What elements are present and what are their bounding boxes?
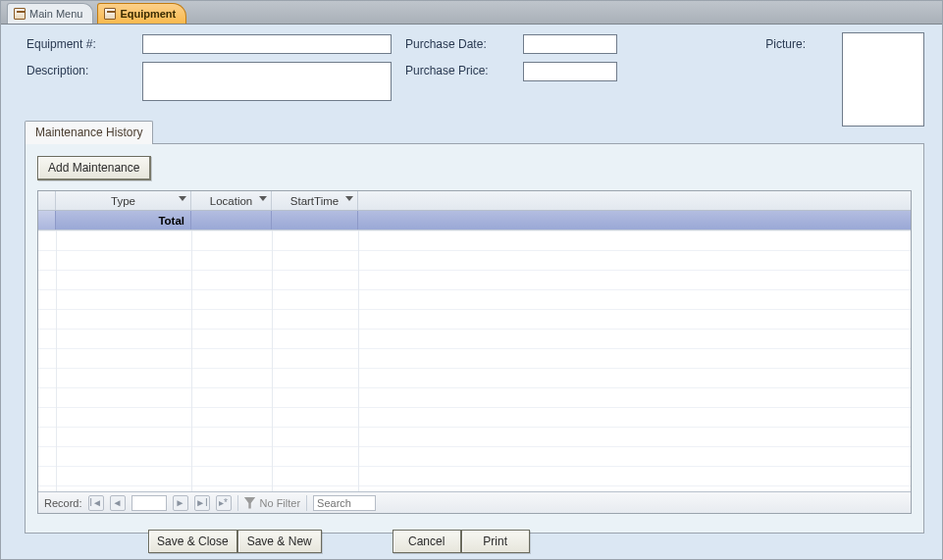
purchase-date-input[interactable]	[523, 34, 617, 54]
nav-last-button[interactable]: ►I	[194, 495, 210, 511]
picture-label: Picture:	[745, 37, 806, 51]
tab-label: Main Menu	[29, 8, 82, 20]
cancel-button[interactable]: Cancel	[393, 530, 461, 553]
row-selector[interactable]	[38, 211, 56, 229]
column-label: Location	[210, 195, 252, 207]
total-cell-location	[191, 211, 272, 229]
equipment-number-input[interactable]	[142, 34, 392, 54]
total-cell-starttime	[272, 211, 358, 229]
equipment-number-label: Equipment #:	[26, 37, 142, 51]
inner-tab-panel: Add Maintenance Type Location StartTime …	[25, 143, 924, 534]
save-new-button[interactable]: Save & New	[237, 530, 322, 553]
tab-equipment[interactable]: Equipment	[97, 3, 186, 24]
column-type[interactable]: Type	[56, 191, 191, 210]
search-input[interactable]	[313, 495, 376, 511]
total-cell-spacer	[358, 211, 911, 229]
record-number-box[interactable]	[131, 495, 167, 511]
save-close-button[interactable]: Save & Close	[148, 530, 237, 553]
nav-new-button[interactable]: ▸*	[216, 495, 232, 511]
purchase-price-input[interactable]	[523, 62, 617, 81]
chevron-down-icon	[179, 196, 186, 201]
row-selector-header[interactable]	[38, 191, 56, 210]
maintenance-datasheet: Type Location StartTime Total	[37, 190, 912, 514]
inner-tab-host: Maintenance History Add Maintenance Type…	[25, 121, 924, 534]
column-label: Type	[111, 195, 135, 207]
filter-icon	[244, 497, 256, 509]
column-spacer	[358, 191, 911, 210]
purchase-price-label: Purchase Price:	[405, 62, 523, 77]
chevron-down-icon	[259, 196, 267, 201]
tab-maintenance-history[interactable]: Maintenance History	[25, 121, 153, 144]
tab-label: Equipment	[120, 8, 176, 20]
separator	[306, 495, 307, 511]
description-label: Description:	[26, 62, 142, 77]
datasheet-body[interactable]	[38, 230, 911, 491]
description-input[interactable]	[142, 62, 392, 101]
tab-main-menu[interactable]: Main Menu	[7, 3, 93, 24]
column-starttime[interactable]: StartTime	[272, 191, 358, 210]
separator	[237, 495, 238, 511]
chevron-down-icon	[345, 196, 353, 201]
inner-tab-strip: Maintenance History	[25, 121, 924, 144]
form-icon	[14, 8, 26, 20]
nav-next-button[interactable]: ►	[173, 495, 188, 511]
form-footer-buttons: Save & Close Save & New Cancel Print	[148, 530, 530, 553]
filter-text: No Filter	[260, 497, 301, 509]
add-maintenance-button[interactable]: Add Maintenance	[37, 156, 151, 180]
column-label: StartTime	[290, 195, 339, 207]
record-navigator: Record: I◄ ◄ ► ►I ▸* No Filter	[38, 491, 911, 513]
header-fields: Equipment #: Purchase Date: Picture: Des…	[1, 25, 942, 107]
document-tab-bar: Main Menu Equipment	[1, 1, 942, 25]
column-location[interactable]: Location	[191, 191, 272, 210]
datasheet-total-row: Total	[38, 211, 911, 230]
spacer	[322, 530, 393, 553]
form-surface: Equipment #: Purchase Date: Picture: Des…	[1, 25, 942, 559]
nav-first-button[interactable]: I◄	[88, 495, 104, 511]
total-cell-type: Total	[56, 211, 191, 229]
record-label: Record:	[44, 497, 82, 509]
datasheet-header: Type Location StartTime	[38, 191, 911, 211]
print-button[interactable]: Print	[461, 530, 530, 553]
purchase-date-label: Purchase Date:	[405, 37, 523, 51]
nav-prev-button[interactable]: ◄	[110, 495, 126, 511]
app-window: Main Menu Equipment Equipment #: Purchas…	[0, 0, 943, 560]
picture-box[interactable]	[842, 32, 924, 127]
form-icon	[104, 8, 116, 20]
filter-indicator[interactable]: No Filter	[244, 497, 301, 509]
